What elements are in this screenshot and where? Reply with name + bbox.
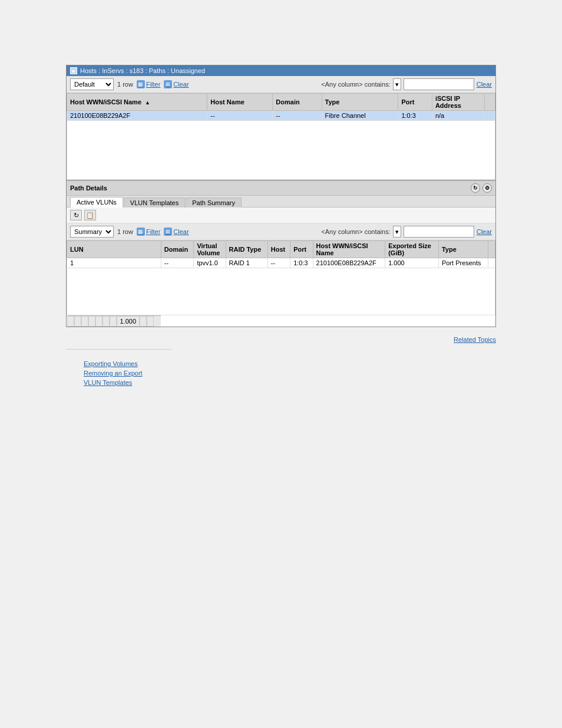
link-vlun-templates[interactable]: VLUN Templates [84,379,132,386]
vfoot-domain [74,316,81,327]
vcell-vv: tpvv1.0 [194,258,226,268]
filter-icon-vlun: ▦ [137,228,145,236]
vcell-port: 1:0:3 [290,258,313,268]
vcol-vv[interactable]: VirtualVolume [194,241,226,258]
vfoot-lun [67,316,74,327]
vcol-lun[interactable]: LUN [67,241,161,258]
vcol-host[interactable]: Host [267,241,290,258]
settings-icon[interactable]: ⚙ [482,183,492,193]
col-hostname[interactable]: Host Name [207,94,273,111]
link-exporting-volumes[interactable]: Exporting Volumes [84,360,138,367]
vlun-table-row[interactable]: 1 -- tpvv1.0 RAID 1 -- 1:0:3 210100E08B2… [67,258,495,268]
separator-line [66,349,172,350]
col-extra [485,94,495,111]
col-wwn-label2: Name [124,98,141,106]
vlun-table-row-empty [67,268,495,315]
vcell-host: -- [267,258,290,268]
cell-type: Fibre Channel [322,111,398,121]
refresh-btn[interactable]: ↻ [70,210,82,220]
vcol-domain[interactable]: Domain [161,241,194,258]
filter-dropdown-vlun[interactable]: ▾ [393,226,401,238]
vfoot-host [95,316,103,327]
view-select-top[interactable]: DefaultSummaryCustom [70,78,114,90]
view-select-vlun[interactable]: SummaryDefaultCustom [70,226,114,238]
vcell-exported-size: 1.000 [385,258,439,268]
vfoot-hostwwn [110,316,117,327]
vlun-table: LUN Domain VirtualVolume RAID Type Host … [67,241,495,327]
col-domain[interactable]: Domain [273,94,322,111]
row-count-top: 1 row [117,81,133,88]
path-details-section: Path Details ↻ ⚙ Active VLUNs VLUN Templ… [67,180,495,327]
clear-icon-vlun: ⊠ [164,228,172,236]
tabs-row: Active VLUNs VLUN Templates Path Summary [67,196,495,207]
vfoot-port [103,316,110,327]
vfoot-exported-size: 1.000 [117,316,140,327]
cell-domain: -- [273,111,322,121]
vcell-raid: RAID 1 [226,258,267,268]
col-iscsi-ip[interactable]: iSCSI IPAddress [432,94,484,111]
clear-btn-top[interactable]: ⊠ Clear [164,80,189,88]
related-topics-link[interactable]: Related Topics [454,336,496,343]
filter-label-vlun: <Any column> contains: [321,228,390,235]
clear-link-top[interactable]: Clear [477,81,492,88]
top-toolbar: DefaultSummaryCustom 1 row ▦ Filter ⊠ Cl… [67,76,495,93]
filter-label-top: <Any column> contains: [321,81,390,88]
vcell-hostwwn: 210100E08B229A2F [313,258,385,268]
filter-btn-vlun[interactable]: ▦ Filter [137,228,160,236]
filter-input-vlun[interactable] [404,226,474,238]
links-section: Exporting Volumes Removing an Export VLU… [84,360,496,386]
col-wwn[interactable]: Host WWN/iSCSI Name ▲ [67,94,207,111]
cell-hostname: -- [207,111,273,121]
vfoot-type [140,316,147,327]
filter-icon-top: ▦ [137,80,145,88]
top-table: Host WWN/iSCSI Name ▲ Host Name Domain T… [67,93,495,180]
vcell-lun: 1 [67,258,161,268]
vcol-exported-size[interactable]: Exported Size(GiB) [385,241,439,258]
path-details-title: Path Details [70,185,107,192]
filter-dropdown-top[interactable]: ▾ [393,78,401,90]
path-details-header: Path Details ↻ ⚙ [67,181,495,196]
refresh-icon[interactable]: ↻ [471,183,480,193]
vcol-port[interactable]: Port [290,241,313,258]
sort-arrow-wwn: ▲ [145,100,150,106]
table-row[interactable]: 210100E08B229A2F -- -- Fibre Channel 1:0… [67,111,495,121]
vlun-toolbar: SummaryDefaultCustom 1 row ▦ Filter ⊠ Cl… [67,223,495,241]
vfoot-vv [81,316,88,327]
clear-icon-top: ⊠ [164,80,172,88]
vcol-raid[interactable]: RAID Type [226,241,267,258]
export-btn[interactable]: 📋 [84,210,96,220]
vcol-extra [488,241,495,258]
cell-extra [485,111,495,121]
tab-active-vluns[interactable]: Active VLUNs [70,197,123,207]
tab-path-summary[interactable]: Path Summary [186,197,242,207]
tab-vlun-templates[interactable]: VLUN Templates [124,197,185,207]
panel-title-icon: ■ [70,67,77,74]
col-type[interactable]: Type [322,94,398,111]
page: ■ Hosts : InServs : s183 : Paths : Unass… [0,0,562,728]
panel-title-bar: ■ Hosts : InServs : s183 : Paths : Unass… [67,65,495,76]
vcell-type: Port Presents [438,258,488,268]
vcell-extra [488,258,495,268]
cell-wwn: 210100E08B229A2F [67,111,207,121]
table-row-empty [67,121,495,180]
clear-btn-vlun[interactable]: ⊠ Clear [164,228,189,236]
panel-title: Hosts : InServs : s183 : Paths : Unassig… [80,67,205,74]
vlun-toolbar-right: <Any column> contains: ▾ Clear [321,226,492,238]
filter-btn-top[interactable]: ▦ Filter [137,80,160,88]
cell-port: 1:0:3 [398,111,432,121]
tab-icons-row: ↻ 📋 [67,207,495,223]
top-toolbar-right: <Any column> contains: ▾ Clear [321,78,492,90]
vcol-type[interactable]: Type [438,241,488,258]
vcell-domain: -- [161,258,194,268]
cell-iscsi-ip: n/a [432,111,484,121]
filter-input-top[interactable] [404,78,474,90]
main-panel: ■ Hosts : InServs : s183 : Paths : Unass… [66,65,496,327]
vfoot-raid [88,316,95,327]
below-panel: Related Topics Exporting Volumes Removin… [66,336,496,386]
path-details-icons: ↻ ⚙ [471,183,492,193]
vcol-hostwwn[interactable]: Host WWN/iSCSIName [313,241,385,258]
link-removing-export[interactable]: Removing an Export [84,370,143,377]
vlun-table-footer: 1.000 [67,315,161,327]
clear-link-vlun[interactable]: Clear [477,228,492,235]
col-port[interactable]: Port [398,94,432,111]
